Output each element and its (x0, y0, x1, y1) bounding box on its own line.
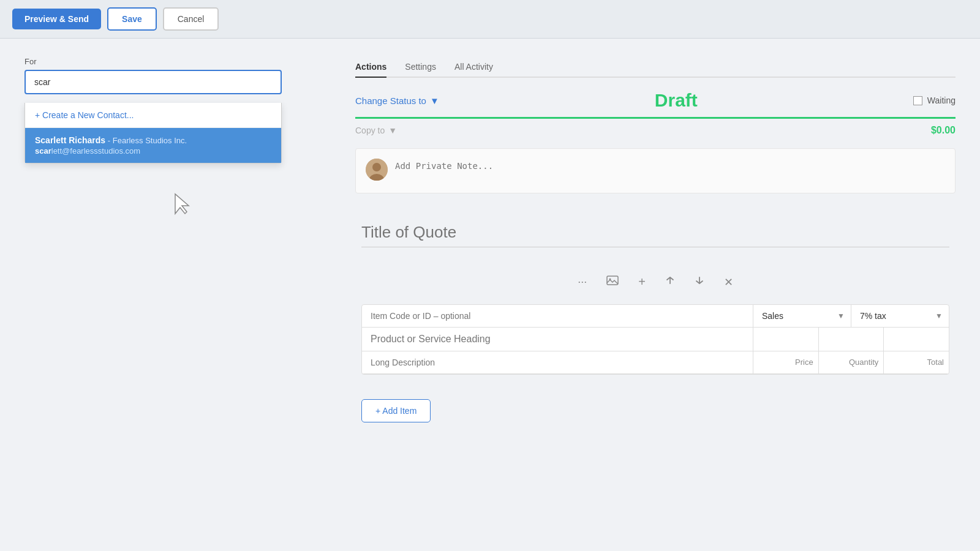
item-code-row: Sales Income Expense ▼ 7% tax No tax 10%… (362, 305, 949, 328)
draft-status-label: Draft (439, 90, 913, 111)
contact-email: scarlett@fearlessstudios.com (35, 146, 271, 156)
waiting-checkbox[interactable] (913, 96, 922, 105)
total-label: Total (927, 358, 944, 367)
long-description-input[interactable] (371, 358, 744, 367)
create-contact-option[interactable]: + Create a New Contact... (25, 103, 281, 128)
add-element-button[interactable]: + (635, 272, 649, 291)
image-button[interactable] (603, 272, 622, 292)
draft-underline (355, 117, 956, 119)
copy-to-row: Copy to ▼ $0.00 (355, 125, 956, 136)
contact-name-rest: lett Richards (53, 135, 105, 145)
product-heading-input[interactable] (371, 334, 744, 345)
amount-display: $0.00 (931, 125, 956, 136)
contact-name: Scarlett Richards - Fearless Studios Inc… (35, 135, 271, 145)
item-table: Sales Income Expense ▼ 7% tax No tax 10%… (361, 304, 949, 375)
sales-select[interactable]: Sales Income Expense (753, 305, 851, 327)
contact-search-input[interactable] (24, 70, 282, 94)
copy-to-label: Copy to (355, 126, 385, 135)
quote-section: ··· + ✕ (355, 218, 956, 422)
for-label: For (24, 57, 331, 66)
contact-email-highlight: scar (35, 146, 51, 156)
tab-settings[interactable]: Settings (405, 57, 436, 78)
move-down-button[interactable] (691, 273, 708, 291)
price-cell (753, 328, 819, 351)
contact-company: - Fearless Studios Inc. (105, 136, 187, 145)
total-cell (884, 328, 949, 351)
tab-actions[interactable]: Actions (355, 57, 386, 78)
cancel-button[interactable]: Cancel (163, 7, 219, 31)
main-content: For + Create a New Contact... Scarlett R… (0, 39, 980, 551)
top-bar: Preview & Send Save Cancel (0, 0, 980, 39)
item-description-left (362, 351, 753, 373)
waiting-label: Waiting (927, 96, 956, 105)
item-heading-left (362, 328, 753, 351)
contact-name-highlight: Scar (35, 135, 53, 145)
price-input[interactable] (758, 332, 813, 345)
contact-email-rest: lett@fearlessstudios.com (51, 146, 140, 156)
right-panel: Actions Settings All Activity Change Sta… (331, 57, 956, 534)
quantity-input[interactable] (824, 332, 879, 345)
preview-send-button[interactable]: Preview & Send (12, 9, 101, 29)
item-toolbar: ··· + ✕ (361, 266, 949, 298)
status-row: Change Status to ▼ Draft Waiting (355, 90, 956, 111)
note-input[interactable] (395, 159, 945, 183)
add-item-section: + Add Item (361, 387, 949, 422)
chevron-down-small-icon: ▼ (388, 126, 397, 135)
chevron-down-icon: ▼ (430, 96, 439, 106)
quote-title-input[interactable] (361, 218, 949, 247)
item-sales-cell: Sales Income Expense ▼ 7% tax No tax 10%… (753, 305, 949, 327)
tax-select-wrapper: 7% tax No tax 10% tax ▼ (851, 305, 949, 327)
svg-point-1 (372, 163, 381, 171)
contact-result-item[interactable]: Scarlett Richards - Fearless Studios Inc… (25, 128, 281, 163)
move-up-button[interactable] (662, 273, 679, 291)
tax-select[interactable]: 7% tax No tax 10% tax (851, 305, 949, 327)
copy-to-button[interactable]: Copy to ▼ (355, 126, 397, 135)
tab-all-activity[interactable]: All Activity (454, 57, 493, 78)
change-status-button[interactable]: Change Status to ▼ (355, 96, 439, 106)
remove-item-button[interactable]: ✕ (720, 273, 737, 291)
sales-select-wrapper: Sales Income Expense ▼ (753, 305, 851, 327)
item-description-right: Price Quantity Total (753, 351, 949, 373)
item-code-input[interactable] (371, 311, 744, 321)
tabs-container: Actions Settings All Activity (355, 57, 956, 78)
contact-dropdown: + Create a New Contact... Scarlett Richa… (24, 103, 282, 163)
item-heading-row (362, 328, 949, 351)
left-panel: For + Create a New Contact... Scarlett R… (24, 57, 331, 534)
avatar (366, 159, 388, 181)
svg-rect-3 (607, 276, 618, 285)
change-status-label: Change Status to (355, 96, 426, 106)
ellipsis-button[interactable]: ··· (574, 273, 590, 291)
mouse-cursor (172, 192, 191, 216)
note-area (355, 148, 956, 193)
quantity-label: Quantity (849, 358, 878, 367)
item-code-cell (362, 305, 753, 327)
save-button[interactable]: Save (107, 7, 157, 31)
total-input[interactable] (889, 332, 944, 345)
quantity-cell (819, 328, 884, 351)
item-description-row: Price Quantity Total (362, 351, 949, 374)
item-heading-right (753, 328, 949, 351)
add-item-button[interactable]: + Add Item (361, 399, 431, 422)
waiting-row: Waiting (913, 96, 956, 105)
price-label: Price (795, 358, 813, 367)
